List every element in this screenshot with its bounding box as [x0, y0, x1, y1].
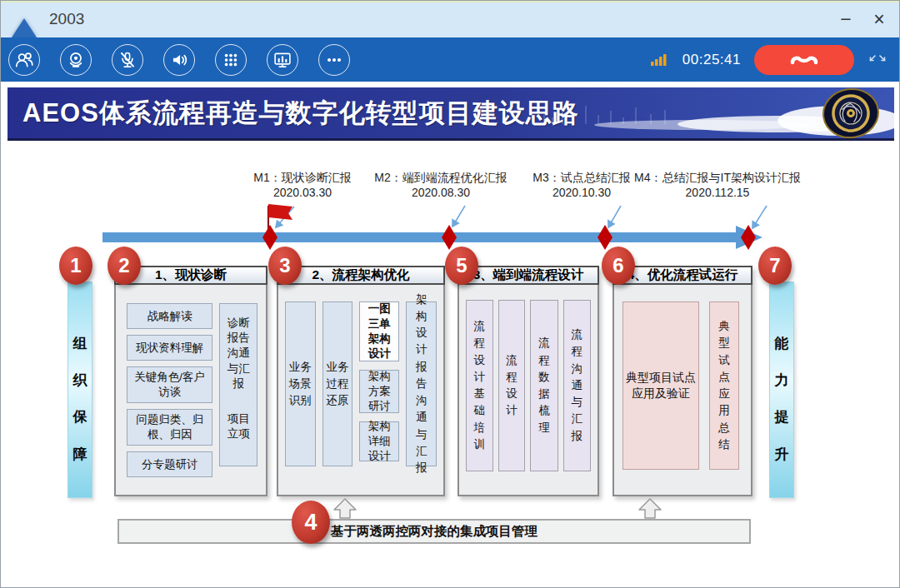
timeline-arrowhead [736, 226, 762, 249]
milestone-date: 2020.03.30 [253, 185, 351, 200]
hangup-handset-icon [789, 52, 819, 68]
timeline-bar [102, 232, 736, 242]
phase-column-title: 3、端到端流程设计 [458, 266, 599, 285]
more-button[interactable] [318, 44, 350, 76]
milestone-m2: M2：端到端流程优化汇报 2020.08.30 [374, 170, 507, 200]
milestone-m3: M3：试点总结汇报 2020.10.30 [532, 170, 630, 200]
mic-muted-icon [117, 49, 138, 71]
slide-title-banner: AEOS体系流程再造与数字化转型项目建设思路 [8, 87, 894, 141]
participants-icon [13, 49, 35, 71]
task-label: 诊断报告沟通与汇报 [222, 316, 254, 391]
task-box: 架构详细设计 [359, 421, 399, 461]
slide-title: AEOS体系流程再造与数字化转型项目建设思路 [22, 96, 579, 131]
exit-fullscreen-icon [868, 53, 888, 66]
exit-fullscreen-button[interactable] [868, 53, 888, 66]
signal-strength-icon [651, 53, 669, 67]
milestone-label: M2：端到端流程优化汇报 [374, 170, 507, 185]
task-box: 现状资料理解 [127, 335, 212, 361]
camera-button[interactable] [60, 44, 92, 76]
window-controls: − × [834, 1, 891, 37]
phase-column-e2e-process: 3、端到端流程设计 流程设计基础培训 流程设计 流程数据梳理 流程沟通与汇报 [458, 266, 599, 496]
task-bar: 典型试点应用总结 [709, 301, 739, 470]
dialpad-button[interactable] [215, 44, 247, 76]
task-bar: 业务场景识别 [285, 301, 316, 466]
phase-column-diagnosis: 1、现状诊断 战略解读 现状资料理解 关键角色/客户访谈 问题归类、归根、归因 … [114, 266, 268, 496]
phase-badge-1: 1 [59, 247, 92, 285]
milestone-date: 2020.112.15 [634, 185, 801, 200]
task-bar: 流程设计基础培训 [466, 300, 493, 471]
task-bar: 流程沟通与汇报 [563, 300, 591, 471]
participants-button[interactable] [8, 44, 40, 76]
task-box: 一图三单架构设计 [359, 301, 399, 361]
task-box: 典型项目试点应用及验证 [622, 301, 699, 470]
task-label: 项目立项 [222, 411, 254, 441]
meeting-toolbar: 00:25:41 [1, 37, 899, 82]
task-box-side: 诊断报告沟通与汇报 项目立项 [219, 303, 258, 466]
milestone-label: M4：总结汇报与IT架构设计汇报 [634, 170, 801, 185]
phase-column-pilot-run: 4、优化流程试运行 典型项目试点应用及验证 典型试点应用总结 [612, 266, 752, 496]
phase-badge-2: 2 [108, 247, 141, 285]
more-icon [323, 49, 345, 71]
speaker-button[interactable] [163, 44, 195, 76]
toolbar-right: 00:25:41 [651, 37, 888, 82]
milestone-label: M3：试点总结汇报 [532, 170, 630, 185]
milestone-m1: M1：现状诊断汇报 2020.03.30 [253, 170, 351, 200]
task-bar: 流程设计 [498, 300, 526, 471]
share-screen-icon [272, 49, 293, 71]
task-box: 分专题研讨 [127, 451, 212, 477]
phase-column-architecture: 2、流程架构优化 业务场景识别 业务过程还原 一图三单架构设计 架构方案研讨 架… [277, 266, 445, 496]
task-box: 关键角色/客户访谈 [127, 366, 212, 403]
toolbar-icons [1, 44, 350, 76]
panel-notch [12, 18, 37, 37]
speaker-icon [168, 49, 190, 71]
label-arrows [276, 206, 767, 228]
phase-badge-5: 5 [445, 247, 478, 285]
task-bar: 架构设计报告沟通与汇报 [406, 301, 437, 466]
task-box: 架构方案研讨 [359, 370, 399, 413]
milestone-diamonds [262, 225, 756, 250]
window-title: 2003 [49, 10, 84, 28]
meeting-timer: 00:25:41 [682, 52, 741, 68]
mic-muted-button[interactable] [112, 44, 143, 76]
milestone-m4: M4：总结汇报与IT架构设计汇报 2020.112.15 [634, 170, 801, 200]
red-flag-icon [268, 204, 292, 220]
minimize-button[interactable]: − [834, 7, 858, 31]
milestone-date: 2020.08.30 [374, 185, 507, 200]
milestone-date: 2020.10.30 [532, 185, 630, 200]
window-top-edge [1, 1, 899, 2]
up-arrows [334, 499, 661, 518]
dialpad-icon [220, 49, 242, 71]
camera-icon [65, 49, 87, 71]
project-management-bar: 基于两透两控两对接的集成项目管理 [118, 519, 751, 544]
phase-badge-3: 3 [268, 247, 302, 285]
task-bar: 业务过程还原 [322, 301, 353, 466]
right-pillar-capability: 能力提升 [769, 282, 794, 498]
task-bar: 流程数据梳理 [530, 300, 558, 471]
titlebar[interactable]: 2003 − × [1, 1, 899, 37]
meeting-window: 2003 − × [0, 0, 900, 588]
left-pillar-org-support: 组织保障 [68, 282, 92, 498]
task-box: 战略解读 [127, 303, 212, 329]
phase-badge-6: 6 [602, 247, 635, 285]
task-box: 问题归类、归根、归因 [127, 409, 212, 446]
phase-column-title: 2、流程架构优化 [277, 266, 445, 285]
phase-badge-7: 7 [758, 247, 792, 285]
jet-engine-art [528, 87, 894, 141]
milestone-label: M1：现状诊断汇报 [253, 170, 351, 185]
share-screen-button[interactable] [267, 44, 298, 76]
hangup-button[interactable] [754, 45, 854, 75]
project-management-label: 基于两透两控两对接的集成项目管理 [331, 523, 538, 541]
shared-slide: AEOS体系流程再造与数字化转型项目建设思路 [1, 82, 900, 588]
close-button[interactable]: × [868, 7, 891, 31]
phase-badge-4: 4 [292, 501, 330, 544]
